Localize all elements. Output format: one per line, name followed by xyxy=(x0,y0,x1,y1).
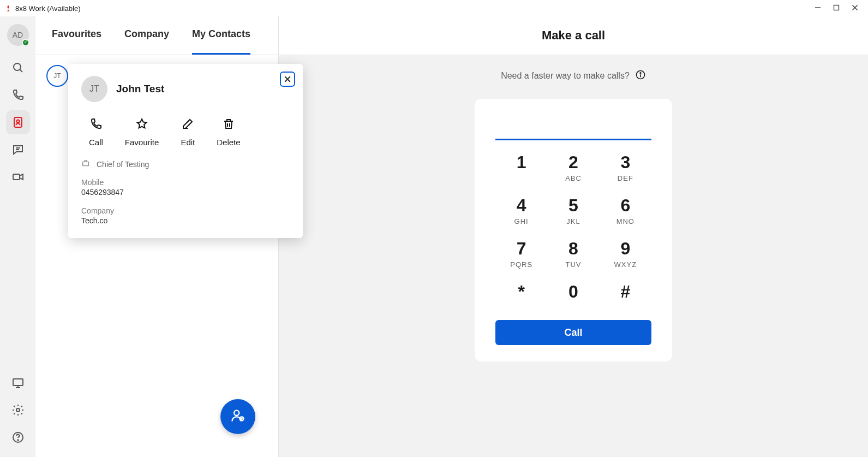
svg-rect-11 xyxy=(13,379,23,385)
add-contact-fab[interactable] xyxy=(220,399,255,434)
key-7[interactable]: 7PQRS xyxy=(495,240,547,269)
contact-popover: JT John Test Call Fav xyxy=(68,64,303,238)
svg-point-7 xyxy=(16,120,19,123)
contact-chip[interactable]: JT xyxy=(46,65,68,87)
key-letters: JKL xyxy=(566,217,580,225)
key-num: # xyxy=(620,283,630,300)
svg-point-14 xyxy=(16,408,20,412)
popover-delete-button[interactable]: Delete xyxy=(217,117,240,147)
svg-point-29 xyxy=(640,73,641,74)
close-button[interactable] xyxy=(852,4,858,13)
key-letters: WXYZ xyxy=(614,260,637,269)
key-num: 1 xyxy=(517,153,526,171)
svg-rect-10 xyxy=(13,174,20,180)
popover-mobile-value: 0456293847 xyxy=(81,188,290,197)
key-2[interactable]: 2ABC xyxy=(547,153,599,182)
tab-company[interactable]: Company xyxy=(124,28,169,55)
pencil-icon xyxy=(181,117,194,132)
key-4[interactable]: 4GHI xyxy=(495,197,547,225)
key-letters: TUV xyxy=(565,260,581,269)
nav-desktop[interactable] xyxy=(6,371,30,395)
key-letters: ABC xyxy=(565,174,582,182)
key-9[interactable]: 9WXYZ xyxy=(600,240,651,269)
contacts-tabs: Favourites Company My Contacts xyxy=(35,16,278,55)
key-num: 7 xyxy=(517,240,526,257)
key-8[interactable]: 8TUV xyxy=(547,240,599,269)
dialer-hint: Need a faster way to make calls? xyxy=(501,71,630,81)
svg-point-16 xyxy=(17,440,19,441)
nav-video[interactable] xyxy=(6,165,30,189)
popover-edit-button[interactable]: Edit xyxy=(181,117,195,147)
key-num: 4 xyxy=(517,197,526,214)
key-letters: DEF xyxy=(618,174,633,182)
info-icon[interactable] xyxy=(635,69,646,82)
nav-calls[interactable] xyxy=(6,83,30,107)
key-num: 9 xyxy=(620,240,630,257)
key-num: 3 xyxy=(620,153,630,171)
dialer-card: 12ABC3DEF4GHI5JKL6MNO7PQRS8TUV9WXYZ*0# C… xyxy=(475,99,672,361)
app-logo-icon xyxy=(4,4,12,12)
dial-input[interactable] xyxy=(495,115,651,140)
key-num: 2 xyxy=(568,153,578,171)
popover-contact-name: John Test xyxy=(116,83,164,95)
user-avatar-initials: AD xyxy=(13,31,23,39)
contacts-pane: Favourites Company My Contacts JT JT Joh… xyxy=(35,16,279,457)
popover-job-title-row: Chief of Testing xyxy=(81,159,290,169)
trash-icon xyxy=(222,117,235,132)
call-button[interactable]: Call xyxy=(495,320,651,345)
key-num: 5 xyxy=(568,197,578,214)
nav-settings[interactable] xyxy=(6,398,30,422)
keypad: 12ABC3DEF4GHI5JKL6MNO7PQRS8TUV9WXYZ*0# xyxy=(495,153,651,304)
svg-point-4 xyxy=(14,63,21,70)
popover-close-button[interactable] xyxy=(280,72,295,87)
popover-favourite-button[interactable]: Favourite xyxy=(125,117,159,147)
titlebar: 8x8 Work (Available) xyxy=(0,0,868,16)
tab-favourites[interactable]: Favourites xyxy=(52,28,101,55)
dialer-pane: Make a call Need a faster way to make ca… xyxy=(279,16,868,457)
key-letters: PQRS xyxy=(510,260,532,269)
popover-delete-label: Delete xyxy=(217,138,240,147)
maximize-button[interactable] xyxy=(833,4,840,13)
key-*[interactable]: * xyxy=(495,283,547,304)
key-0[interactable]: 0 xyxy=(547,283,599,304)
key-letters: GHI xyxy=(514,217,529,225)
popover-edit-label: Edit xyxy=(181,138,195,147)
popover-mobile-label: Mobile xyxy=(81,178,290,187)
user-avatar[interactable]: AD xyxy=(7,24,29,46)
popover-job-title: Chief of Testing xyxy=(97,160,149,169)
contact-chip-initials: JT xyxy=(53,72,61,80)
star-icon xyxy=(135,117,148,132)
window-title: 8x8 Work (Available) xyxy=(15,4,80,13)
popover-avatar: JT xyxy=(81,76,107,102)
key-#[interactable]: # xyxy=(600,283,651,304)
svg-point-23 xyxy=(234,411,239,416)
tab-my-contacts[interactable]: My Contacts xyxy=(192,28,250,55)
key-num: 8 xyxy=(568,240,578,257)
nav-messages[interactable] xyxy=(6,138,30,162)
key-3[interactable]: 3DEF xyxy=(600,153,651,182)
key-6[interactable]: 6MNO xyxy=(600,197,651,225)
nav-help[interactable] xyxy=(6,425,30,449)
nav-rail: AD xyxy=(0,16,35,457)
minimize-button[interactable] xyxy=(815,4,821,13)
presence-available-icon xyxy=(22,39,29,46)
key-5[interactable]: 5JKL xyxy=(547,197,599,225)
popover-call-label: Call xyxy=(89,138,103,147)
svg-rect-22 xyxy=(83,162,89,165)
nav-search[interactable] xyxy=(6,56,30,80)
key-num: 0 xyxy=(568,283,578,300)
phone-icon xyxy=(89,117,103,132)
key-1[interactable]: 1 xyxy=(495,153,547,182)
svg-line-5 xyxy=(20,70,22,73)
dialer-title: Make a call xyxy=(542,28,605,43)
popover-favourite-label: Favourite xyxy=(125,138,159,147)
key-letters: MNO xyxy=(616,217,634,225)
nav-contacts[interactable] xyxy=(6,110,30,134)
popover-call-button[interactable]: Call xyxy=(89,117,103,147)
svg-rect-1 xyxy=(834,5,839,10)
popover-company-label: Company xyxy=(81,206,290,215)
popover-avatar-initials: JT xyxy=(89,84,99,94)
add-user-icon xyxy=(230,408,246,425)
briefcase-icon xyxy=(81,159,90,169)
key-num: 6 xyxy=(620,197,630,214)
